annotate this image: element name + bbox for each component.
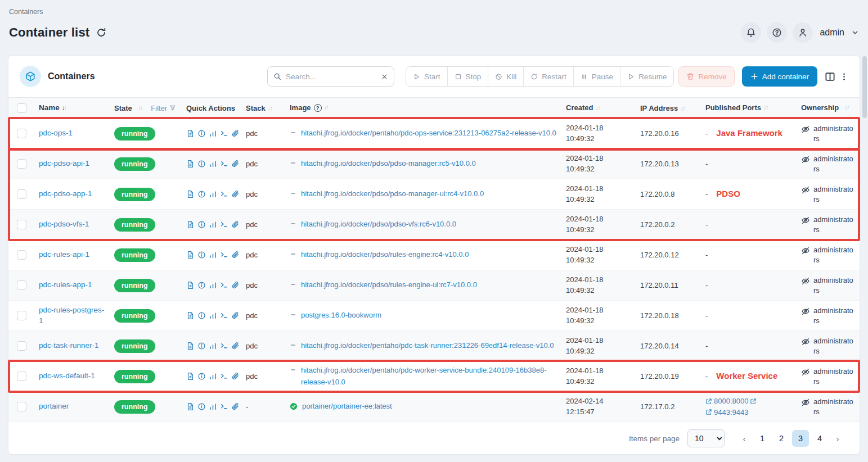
attach-icon[interactable] (231, 281, 240, 289)
stats-icon[interactable] (209, 129, 217, 138)
image-link[interactable]: hitachi.jfrog.io/docker/pentaho/pdc-work… (301, 365, 557, 387)
container-name-link[interactable]: pdc-task-runner-1 (39, 341, 99, 350)
container-name-link[interactable]: pdc-ops-1 (39, 129, 73, 137)
inspect-icon[interactable] (197, 402, 206, 411)
image-link[interactable]: hitachi.jfrog.io/docker/pdso/pdso-manage… (301, 188, 484, 200)
container-name-link[interactable]: pdc-pdso-api-1 (39, 159, 89, 167)
attach-icon[interactable] (231, 160, 240, 168)
resume-button[interactable]: Resume (620, 67, 673, 86)
kill-button[interactable]: Kill (488, 67, 523, 86)
container-name-link[interactable]: pdc-rules-app-1 (39, 280, 92, 289)
inspect-icon[interactable] (197, 160, 206, 168)
published-port-link[interactable]: 8000:8000 (705, 396, 792, 407)
column-header-created[interactable]: Created↓↑ (561, 101, 636, 116)
image-link[interactable]: hitachi.jfrog.io/docker/pdso/pdso-vfs:rc… (301, 219, 456, 230)
attach-icon[interactable] (231, 129, 240, 138)
console-icon[interactable] (220, 160, 228, 168)
start-button[interactable]: Start (406, 67, 447, 86)
image-link[interactable]: portainer/portainer-ee:latest (302, 401, 392, 412)
column-header-name[interactable]: Name↓↑ (34, 101, 110, 115)
inspect-icon[interactable] (197, 342, 206, 350)
row-checkbox[interactable] (17, 280, 26, 290)
page-4-button[interactable]: 4 (811, 430, 828, 447)
console-icon[interactable] (220, 251, 228, 259)
row-checkbox[interactable] (17, 311, 26, 320)
state-filter-button[interactable]: Filter (151, 104, 176, 112)
inspect-icon[interactable] (197, 129, 206, 138)
container-name-link[interactable]: pdc-rules-postgres-1 (39, 306, 104, 324)
container-name-link[interactable]: portainer (39, 402, 69, 410)
notifications-button[interactable] (741, 22, 761, 43)
search-input[interactable] (286, 73, 376, 81)
column-header-stack[interactable]: Stack↓↑ (241, 102, 285, 115)
row-checkbox[interactable] (17, 189, 26, 199)
logs-icon[interactable] (186, 372, 195, 381)
console-icon[interactable] (220, 220, 228, 229)
stats-icon[interactable] (209, 220, 217, 229)
container-name-link[interactable]: pdc-pdso-vfs-1 (39, 220, 89, 228)
select-all-checkbox[interactable] (17, 103, 26, 113)
page-1-button[interactable]: 1 (754, 430, 771, 447)
refresh-icon[interactable] (96, 28, 106, 38)
columns-icon[interactable] (825, 71, 835, 82)
published-port-link[interactable]: 9443:9443 (705, 407, 792, 418)
user-menu-button[interactable] (793, 22, 813, 43)
row-checkbox[interactable] (17, 129, 26, 138)
stats-icon[interactable] (209, 372, 217, 381)
remove-button[interactable]: Remove (678, 66, 734, 87)
inspect-icon[interactable] (197, 251, 206, 259)
logs-icon[interactable] (186, 402, 195, 411)
inspect-icon[interactable] (197, 281, 206, 289)
row-checkbox[interactable] (17, 220, 26, 229)
stats-icon[interactable] (209, 160, 217, 168)
breadcrumb[interactable]: Containers (9, 8, 859, 16)
image-link[interactable]: hitachi.jfrog.io/docker/pdso/rules-engin… (301, 279, 477, 291)
image-link[interactable]: hitachi.jfrog.io/docker/pentaho/pdc-ops-… (301, 128, 556, 139)
attach-icon[interactable] (231, 311, 240, 320)
kebab-menu-icon[interactable] (840, 72, 848, 81)
stats-icon[interactable] (209, 342, 217, 350)
container-name-link[interactable]: pdc-rules-api-1 (39, 250, 89, 259)
add-container-button[interactable]: Add container (742, 66, 817, 87)
row-checkbox[interactable] (17, 372, 26, 381)
prev-page-button[interactable]: ‹ (737, 431, 752, 446)
stats-icon[interactable] (209, 190, 217, 198)
row-checkbox[interactable] (17, 341, 26, 351)
restart-button[interactable]: Restart (523, 67, 573, 86)
column-header-ip[interactable]: IP Address↓↑ (636, 102, 701, 115)
stats-icon[interactable] (209, 251, 217, 259)
column-header-image[interactable]: Image?↓↑ (285, 100, 561, 116)
row-checkbox[interactable] (17, 159, 26, 169)
console-icon[interactable] (220, 402, 228, 411)
column-header-state[interactable]: State↓↑ Filter (110, 102, 182, 115)
attach-icon[interactable] (231, 251, 240, 259)
column-header-ownership[interactable]: Ownership↓↑ (797, 101, 860, 115)
row-checkbox[interactable] (17, 402, 26, 411)
image-link[interactable]: hitachi.jfrog.io/docker/pentaho/pdc-task… (301, 340, 554, 351)
page-2-button[interactable]: 2 (773, 430, 790, 447)
image-link[interactable]: postgres:16.0-bookworm (301, 310, 381, 321)
column-header-ports[interactable]: Published Ports↓↑ (701, 100, 797, 116)
image-link[interactable]: hitachi.jfrog.io/docker/pdso/rules-engin… (301, 249, 469, 260)
stats-icon[interactable] (209, 311, 217, 320)
container-name-link[interactable]: pdc-pdso-app-1 (39, 189, 92, 198)
inspect-icon[interactable] (197, 311, 206, 320)
attach-icon[interactable] (231, 372, 240, 381)
container-name-link[interactable]: pdc-ws-default-1 (39, 372, 95, 380)
image-link[interactable]: hitachi.jfrog.io/docker/pdso/pdso-manage… (301, 158, 476, 169)
pause-button[interactable]: Pause (573, 67, 620, 86)
attach-icon[interactable] (231, 402, 240, 411)
chevron-down-icon[interactable] (851, 29, 859, 37)
stop-button[interactable]: Stop (447, 67, 488, 86)
console-icon[interactable] (220, 129, 228, 138)
items-per-page-select[interactable]: 10 (687, 429, 725, 447)
inspect-icon[interactable] (197, 190, 206, 198)
console-icon[interactable] (220, 190, 228, 198)
logs-icon[interactable] (186, 251, 195, 259)
next-page-button[interactable]: › (830, 431, 845, 446)
stats-icon[interactable] (209, 402, 217, 411)
logs-icon[interactable] (186, 220, 195, 229)
username[interactable]: admin (820, 28, 844, 38)
attach-icon[interactable] (231, 220, 240, 229)
logs-icon[interactable] (186, 311, 195, 320)
